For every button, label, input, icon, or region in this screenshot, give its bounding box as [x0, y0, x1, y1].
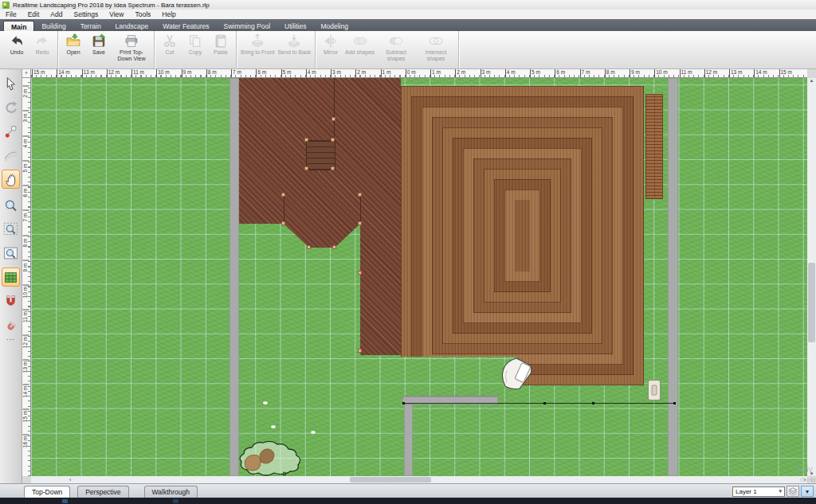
intersect-shapes-button[interactable]: Intersect shapes	[416, 32, 456, 68]
zoom-window-tool[interactable]	[2, 244, 20, 263]
selection-handle[interactable]	[307, 245, 311, 249]
ruler-label: 4 m	[507, 69, 516, 75]
mirror-button[interactable]: Mirror	[318, 32, 343, 68]
ribbon-tab-utilities[interactable]: Utilities	[277, 21, 313, 31]
menu-view[interactable]: View	[104, 10, 129, 18]
design-canvas[interactable]	[31, 78, 807, 476]
measure-node[interactable]	[673, 402, 676, 404]
ribbon-tab-water-features[interactable]: Water Features	[155, 21, 216, 31]
concrete-path-left[interactable]	[230, 78, 239, 476]
ribbon-tab-building[interactable]: Building	[34, 21, 73, 31]
measure-node[interactable]	[402, 402, 405, 404]
horizontal-scrollbar[interactable]: ‹ ›	[31, 476, 807, 483]
lawn-object[interactable]	[263, 401, 268, 404]
concrete-path-right[interactable]	[668, 78, 678, 476]
ribbon-tab-main[interactable]: Main	[3, 21, 34, 31]
selection-handle[interactable]	[358, 193, 362, 197]
pan-tool[interactable]	[2, 170, 20, 189]
selection-handle[interactable]	[358, 349, 362, 353]
lawn-object[interactable]	[271, 425, 276, 428]
copy-button[interactable]: Copy	[182, 32, 208, 68]
rotate-tool[interactable]	[2, 98, 20, 117]
edit-points-tool[interactable]	[2, 122, 20, 141]
node-edit-icon	[3, 124, 18, 139]
wood-deck[interactable]	[239, 78, 401, 355]
zoom-window-icon	[3, 246, 18, 261]
view-tab-walkthrough[interactable]: Walkthrough	[144, 486, 198, 498]
subtract-shapes-button[interactable]: Subtract shapes	[376, 32, 416, 68]
lawn-object[interactable]	[311, 431, 316, 434]
send-back-icon	[286, 33, 302, 49]
selection-handle[interactable]	[281, 193, 285, 197]
menu-help[interactable]: Help	[156, 10, 181, 18]
selection-handle[interactable]	[332, 245, 336, 249]
menu-settings[interactable]: Settings	[68, 10, 104, 18]
zoom-region-icon	[3, 222, 18, 237]
copy-icon	[187, 33, 203, 49]
windows-taskbar[interactable]	[0, 498, 816, 504]
selection-handle[interactable]	[358, 221, 362, 225]
ribbon-tab-terrain[interactable]: Terrain	[73, 21, 108, 31]
sidewalk-vertical[interactable]	[404, 404, 413, 476]
toolbar-button-label: Subtract shapes	[378, 49, 414, 61]
view-tab-top-down[interactable]: Top-Down	[24, 486, 70, 498]
cut-button[interactable]: Cut	[157, 32, 182, 68]
taskbar-app-icon[interactable]	[173, 499, 178, 503]
curve-tool[interactable]	[2, 146, 20, 165]
undo-button[interactable]: Undo	[4, 32, 29, 68]
view-tab-perspective[interactable]: Perspective	[77, 486, 128, 498]
menu-edit[interactable]: Edit	[22, 10, 45, 18]
ruler-label: 16 m	[22, 434, 30, 450]
ruler-label: 1 m	[432, 69, 441, 75]
ribbon-tab-modeling[interactable]: Modeling	[313, 21, 355, 31]
curve-icon	[3, 148, 18, 163]
palette-overflow[interactable]: ...	[6, 334, 15, 342]
ribbon-tab-landscape[interactable]: Landscape	[108, 21, 156, 31]
ruler-label: 9 m	[183, 69, 192, 75]
menu-add[interactable]: Add	[45, 10, 68, 18]
measure-node[interactable]	[543, 402, 546, 404]
brick-patio[interactable]	[401, 86, 644, 385]
selection-handle[interactable]	[304, 166, 308, 170]
lounge-chair[interactable]	[500, 356, 536, 389]
zoom-tool[interactable]	[2, 196, 20, 215]
bring-to-front-button[interactable]: Bring to Front	[239, 32, 276, 68]
garden-bush[interactable]	[236, 438, 306, 476]
measure-line[interactable]	[402, 403, 676, 404]
ribbon-tab-swimming-pool[interactable]: Swimming Pool	[216, 21, 277, 31]
selection-handle[interactable]	[358, 271, 362, 275]
zoom-region-tool[interactable]	[2, 220, 20, 239]
app-icon	[2, 2, 10, 9]
select-tool[interactable]	[2, 74, 20, 93]
brick-strip[interactable]	[645, 94, 663, 199]
ruler-label: 9 m	[22, 260, 30, 275]
add-shapes-button[interactable]: Add shapes	[343, 32, 376, 68]
redo-button[interactable]: Redo	[29, 32, 55, 68]
garden-bench[interactable]	[648, 380, 661, 400]
save-button[interactable]: Save	[86, 32, 112, 68]
taskbar-app-icon[interactable]	[62, 499, 68, 503]
vertical-scrollbar[interactable]: ▲ ▼	[807, 78, 816, 476]
layer-select[interactable]: Layer 1 ▾	[732, 486, 785, 497]
horizontal-scroll-thumb[interactable]	[350, 477, 431, 483]
selection-handle[interactable]	[331, 138, 335, 142]
snap-tool[interactable]	[2, 291, 20, 311]
selection-guide-line	[284, 195, 284, 224]
open-button[interactable]: Open	[61, 32, 86, 68]
vertical-scroll-thumb[interactable]	[808, 263, 815, 342]
print-top-down-view-button[interactable]: Print Top-Down View	[112, 32, 151, 68]
menu-tools[interactable]: Tools	[129, 10, 156, 18]
scroll-left-icon[interactable]: ‹	[69, 476, 71, 483]
measure-node[interactable]	[592, 402, 594, 404]
scroll-up-icon[interactable]: ▲	[807, 78, 816, 83]
grid-snap-tool[interactable]	[2, 268, 20, 287]
paste-button[interactable]: Paste	[208, 32, 233, 68]
selection-handle[interactable]	[331, 166, 335, 170]
menu-file[interactable]: File	[0, 10, 22, 18]
selection-handle[interactable]	[281, 221, 285, 225]
layer-dropdown-button[interactable]: ▾	[801, 486, 814, 497]
send-to-back-button[interactable]: Send to Back	[276, 32, 312, 68]
selection-handle[interactable]	[332, 117, 335, 121]
layers-button[interactable]	[787, 486, 799, 497]
selection-handle[interactable]	[304, 138, 308, 142]
